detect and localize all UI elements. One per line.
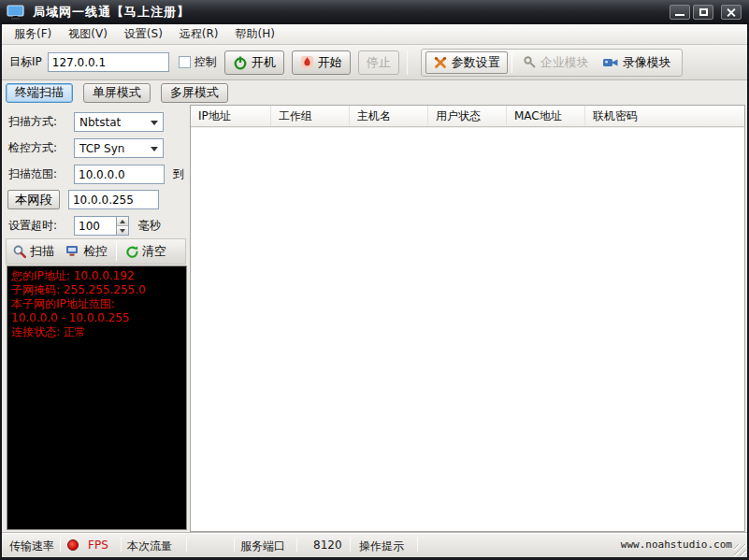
statusbar-separator [121,538,122,552]
service-port-label: 服务端口 [240,538,285,554]
spin-down-icon[interactable] [117,226,128,235]
traffic-label: 本次流量 [127,538,172,554]
app-logo-icon [7,5,25,21]
close-button[interactable] [721,5,742,20]
tab-multi-screen[interactable]: 多屏模式 [161,83,228,103]
fps-status-dot [67,539,79,551]
monitor-button[interactable]: 检控 [60,240,113,263]
maximize-button[interactable] [693,5,713,20]
group-separator [511,52,512,73]
scan-results-table: IP地址 工作组 主机名 用户状态 MAC地址 联机密码 [190,105,745,532]
scan-mode-select[interactable]: Nbtstat [74,112,164,132]
scan-range-label: 扫描范围: [8,166,74,182]
console-line-range-title: 本子网的IP地址范围: [11,297,182,311]
stop-button[interactable]: 停止 [358,50,399,75]
tab-single-screen[interactable]: 单屏模式 [83,83,151,103]
menu-settings[interactable]: 设置(S) [116,24,171,44]
params-settings-label: 参数设置 [452,54,500,71]
menu-service[interactable]: 服务(F) [6,24,60,44]
service-port-value: 8120 [313,538,342,552]
clear-button-label: 清空 [142,243,166,260]
timeout-label: 设置超时: [8,218,74,234]
tools-icon [433,55,448,70]
scan-button-label: 扫描 [30,243,54,260]
table-header-row: IP地址 工作组 主机名 用户状态 MAC地址 联机密码 [191,106,744,127]
timeout-unit-label: 毫秒 [138,218,161,234]
start-button[interactable]: 开始 [292,50,351,75]
target-ip-input[interactable] [48,52,169,72]
start-label: 开始 [318,54,342,71]
console-line-status: 连接状态: 正常 [11,325,182,339]
enterprise-module-button[interactable]: 企业模块 [516,51,596,74]
menu-view[interactable]: 视图(V) [60,24,116,44]
minimize-button[interactable] [670,5,690,20]
params-settings-button[interactable]: 参数设置 [425,51,508,74]
statusbar-separator [350,538,351,552]
monitor-button-label: 检控 [83,243,108,260]
console-line-ip: 您的IP地址: 10.0.0.192 [11,269,182,283]
enterprise-key-icon [523,55,537,69]
local-subnet-button[interactable]: 本网段 [7,190,60,209]
video-module-label: 录像模块 [623,54,671,71]
monitor-mode-value: TCP Syn [79,142,124,155]
column-header-hostname[interactable]: 主机名 [350,106,428,126]
magnifier-icon [12,244,27,259]
timeout-stepper[interactable] [116,216,129,236]
statusbar-separator [60,538,61,552]
minimize-icon [675,14,684,16]
spin-up-icon[interactable] [117,217,128,226]
scan-action-bar: 扫描 检控 [6,238,186,265]
website-link[interactable]: www.noahstudio.com [621,538,732,551]
target-ip-label: 目标IP [9,54,42,70]
app-window: 局域网一线通【马上注册】 服务(F) 视图(V) 设置(S) 远程(R) 帮助(… [0,0,749,560]
menu-help[interactable]: 帮助(H) [227,24,283,44]
statusbar-separator [296,538,297,552]
scan-range-end-input[interactable] [68,190,159,209]
chevron-down-icon [151,147,158,151]
video-camera-icon [602,56,619,69]
power-on-button[interactable]: 开机 [224,50,284,75]
scan-button[interactable]: 扫描 [7,240,60,263]
control-checkbox[interactable] [179,56,191,68]
column-header-mac[interactable]: MAC地址 [507,106,585,126]
enterprise-module-label: 企业模块 [540,54,589,71]
column-header-workgroup[interactable]: 工作组 [271,106,350,126]
table-body[interactable] [191,127,744,531]
range-to-label: 到 [173,166,184,182]
timeout-input[interactable] [74,216,116,236]
video-module-button[interactable]: 录像模块 [596,51,678,74]
column-header-ip[interactable]: IP地址 [191,106,271,126]
tab-row: 终端扫描 单屏模式 多屏模式 [2,80,747,105]
menu-remote[interactable]: 远程(R) [171,24,227,44]
resize-grip[interactable] [734,544,746,556]
statusbar-separator [234,538,235,552]
stop-label: 停止 [367,54,391,71]
tab-terminal-scan[interactable]: 终端扫描 [6,83,73,103]
console-line-mask: 子网掩码: 255.255.255.0 [11,283,182,297]
recycle-icon [125,245,139,259]
scan-mode-label: 扫描方式: [8,114,74,130]
transfer-rate-label: 传输速率 [9,538,54,554]
console-line-range: 10.0.0.0 - 10.0.0.255 [11,311,182,325]
window-title: 局域网一线通【马上注册】 [33,4,190,21]
power-icon [233,55,248,70]
clear-button[interactable]: 清空 [120,240,172,263]
app-body: 服务(F) 视图(V) 设置(S) 远程(R) 帮助(H) 目标IP 控制 开机 [2,24,747,557]
status-bar: 传输速率 FPS 本次流量 服务端口 8120 操作提示 www.noahstu… [2,532,747,557]
action-separator [116,242,117,261]
column-header-password[interactable]: 联机密码 [585,106,744,126]
close-icon [727,7,736,17]
module-button-group: 参数设置 企业模块 录像模块 [421,49,683,77]
scan-range-start-input[interactable] [74,165,165,184]
control-checkbox-label: 控制 [194,54,217,70]
network-info-console: 您的IP地址: 10.0.0.192 子网掩码: 255.255.255.0 本… [7,266,187,530]
monitor-mode-select[interactable]: TCP Syn [74,138,164,158]
toolbar-separator [407,50,408,75]
title-bar: 局域网一线通【马上注册】 [0,0,749,24]
monitor-screen-icon [65,245,80,258]
scan-mode-value: Nbtstat [79,116,121,129]
statusbar-separator [186,538,187,552]
main-toolbar: 目标IP 控制 开机 开始 停止 [2,45,747,80]
column-header-userstatus[interactable]: 用户状态 [428,106,507,126]
maximize-icon [699,8,708,16]
